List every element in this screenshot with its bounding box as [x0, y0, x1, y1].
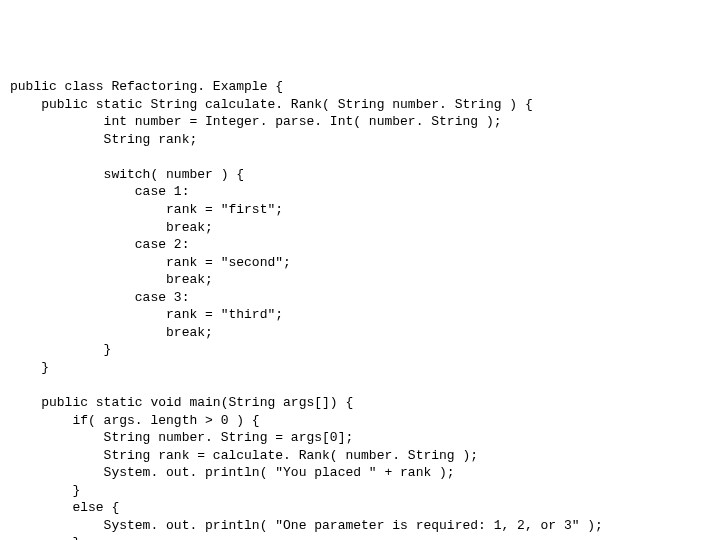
code-line: rank = "first"; — [10, 202, 283, 217]
code-block: public class Refactoring. Example { publ… — [10, 78, 710, 540]
code-line: } — [10, 535, 80, 540]
code-line: switch( number ) { — [10, 167, 244, 182]
code-line: } — [10, 360, 49, 375]
code-line: String number. String = args[0]; — [10, 430, 353, 445]
code-line: String rank = calculate. Rank( number. S… — [10, 448, 478, 463]
code-line: rank = "third"; — [10, 307, 283, 322]
code-line: System. out. println( "You placed " + ra… — [10, 465, 455, 480]
code-line: break; — [10, 220, 213, 235]
code-line: String rank; — [10, 132, 197, 147]
code-line: case 3: — [10, 290, 189, 305]
code-line: break; — [10, 272, 213, 287]
code-line: public class Refactoring. Example { — [10, 79, 283, 94]
code-line: if( args. length > 0 ) { — [10, 413, 260, 428]
code-line: rank = "second"; — [10, 255, 291, 270]
code-line: break; — [10, 325, 213, 340]
code-line: int number = Integer. parse. Int( number… — [10, 114, 501, 129]
code-line: System. out. println( "One parameter is … — [10, 518, 603, 533]
code-line: public static String calculate. Rank( St… — [10, 97, 533, 112]
code-line: case 2: — [10, 237, 189, 252]
code-line: } — [10, 483, 80, 498]
code-line: else { — [10, 500, 119, 515]
code-line: case 1: — [10, 184, 189, 199]
code-line: } — [10, 342, 111, 357]
code-line: public static void main(String args[]) { — [10, 395, 353, 410]
